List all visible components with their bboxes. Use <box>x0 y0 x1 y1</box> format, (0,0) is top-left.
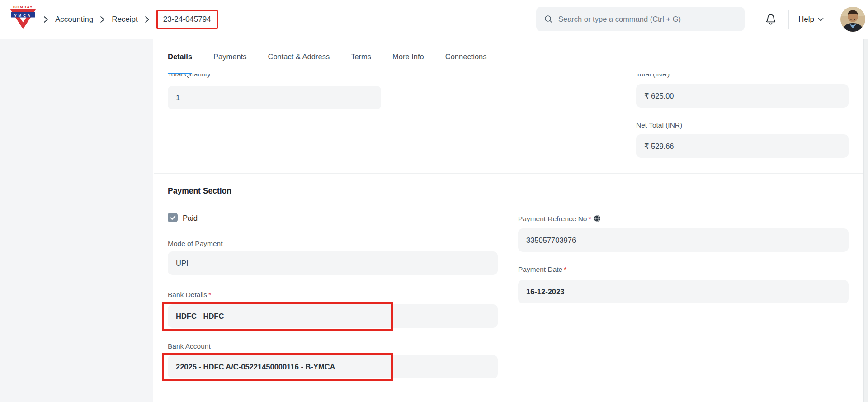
paid-checkbox[interactable] <box>168 213 178 222</box>
tab-more-info[interactable]: More Info <box>392 39 424 74</box>
left-sidebar <box>0 39 153 402</box>
mode-of-payment-label: Mode of Payment <box>168 240 222 248</box>
required-asterisk: * <box>589 215 591 222</box>
search-placeholder: Search or type a command (Ctrl + G) <box>558 15 681 24</box>
bottom-section-divider <box>154 394 863 394</box>
payment-reference-no-label: Payment Refrence No* <box>518 215 601 224</box>
search-input[interactable]: Search or type a command (Ctrl + G) <box>536 7 745 31</box>
bombay-ymca-logo[interactable]: BOMBAY YMCA <box>9 3 37 30</box>
chevron-right-icon <box>43 15 48 24</box>
globe-icon <box>594 215 601 224</box>
checkmark-icon <box>170 215 176 220</box>
bank-account-field[interactable]: 22025 - HDFC A/C-05221450000116 - B-YMCA <box>168 355 498 378</box>
breadcrumb-item-accounting[interactable]: Accounting <box>55 15 93 24</box>
breadcrumb-item-document-id[interactable]: 23-24-045794 <box>156 10 218 29</box>
document-tabbar: Details Payments Contact & Address Terms… <box>154 39 863 74</box>
total-inr-field[interactable]: ₹ 625.00 <box>636 84 849 108</box>
section-divider <box>154 173 863 174</box>
header-divider <box>788 10 789 29</box>
tab-details[interactable]: Details <box>168 39 192 74</box>
bank-details-label: Bank Details* <box>168 291 211 299</box>
chevron-right-icon <box>145 15 150 24</box>
tab-connections[interactable]: Connections <box>445 39 487 74</box>
vertical-scrollbar[interactable] <box>863 39 868 402</box>
search-icon <box>544 15 553 24</box>
tab-contact-address[interactable]: Contact & Address <box>268 39 330 74</box>
chevron-down-icon <box>818 18 824 22</box>
help-menu[interactable]: Help <box>798 0 824 39</box>
payment-reference-no-field[interactable]: 335057703976 <box>518 228 849 252</box>
bank-account-label: Bank Account <box>168 342 211 350</box>
logo-top-text: BOMBAY <box>13 5 33 9</box>
total-inr-label-clipped: Total (INR) <box>636 74 726 79</box>
tab-terms[interactable]: Terms <box>351 39 371 74</box>
net-total-inr-label: Net Total (INR) <box>636 121 682 129</box>
chevron-right-icon <box>100 15 105 24</box>
help-label: Help <box>798 15 814 24</box>
total-quantity-label-clipped: Total Quantity <box>168 74 258 79</box>
bank-details-field[interactable]: HDFC - HDFC <box>168 304 498 328</box>
user-avatar[interactable] <box>840 7 865 32</box>
payment-date-field[interactable]: 16-12-2023 <box>518 280 849 303</box>
notification-bell-icon[interactable] <box>764 13 777 26</box>
paid-checkbox-label: Paid <box>183 214 198 222</box>
breadcrumb-item-receipt[interactable]: Receipt <box>112 15 138 24</box>
required-asterisk: * <box>564 265 566 273</box>
payment-section-title: Payment Section <box>168 186 231 196</box>
breadcrumb: Accounting Receipt 23-24-045794 <box>43 0 218 39</box>
payment-date-label: Payment Date* <box>518 265 566 274</box>
required-asterisk: * <box>208 291 211 298</box>
net-total-inr-field[interactable]: ₹ 529.66 <box>636 134 849 158</box>
mode-of-payment-field[interactable]: UPI <box>168 251 498 275</box>
logo-bar-text: YMCA <box>14 14 32 18</box>
app-header: BOMBAY YMCA Accounting Receipt 23-24-045… <box>0 0 868 39</box>
receipt-detail-page: BOMBAY YMCA Accounting Receipt 23-24-045… <box>0 0 868 402</box>
tab-payments[interactable]: Payments <box>213 39 246 74</box>
total-quantity-field[interactable]: 1 <box>168 86 381 109</box>
